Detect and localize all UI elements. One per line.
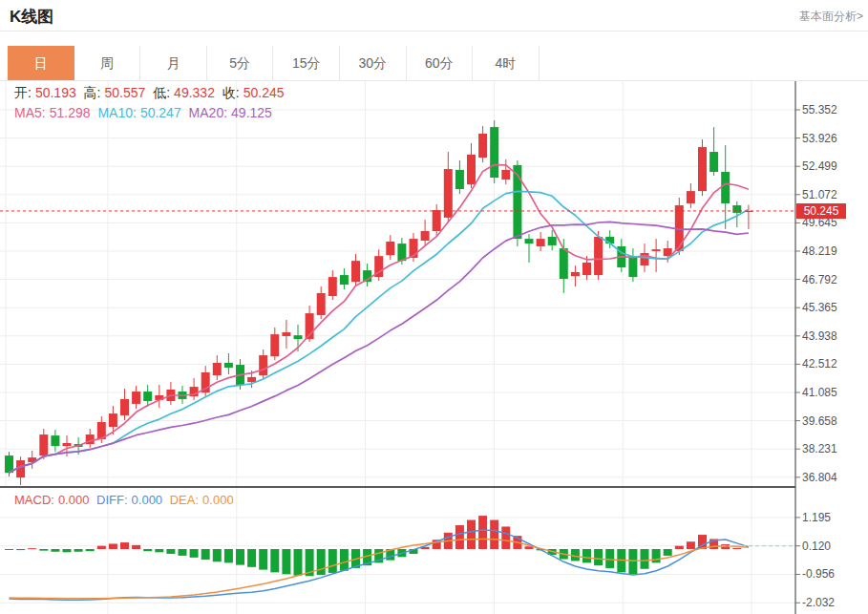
macd-label: MACD: [14, 493, 54, 507]
macd-hist-bar [490, 520, 498, 549]
price-tick-label: 46.792 [802, 273, 837, 286]
low-value: 49.332 [174, 85, 215, 100]
macd-hist-bar [28, 548, 36, 549]
candle-body [224, 363, 233, 368]
macd-hist-bar [86, 549, 95, 551]
macd-hist-bar [213, 549, 222, 561]
ma20-value: 49.125 [231, 105, 272, 120]
candle-body [433, 210, 441, 231]
candle-body [594, 237, 603, 275]
candle-body [444, 169, 453, 218]
price-tick-label: 43.938 [802, 329, 837, 343]
candle-body [259, 355, 267, 375]
macd-tick-label: 1.195 [802, 511, 831, 524]
macd-tick-label: 0.120 [802, 540, 831, 553]
ma10-label: MA10: [97, 105, 136, 120]
candle-body [501, 170, 510, 180]
dea-value: 0.000 [202, 493, 234, 507]
price-tick-label: 45.365 [802, 301, 837, 314]
macd-hist-bar [155, 549, 163, 552]
macd-hist-bar [282, 549, 290, 574]
candle-body [109, 413, 117, 427]
candle-body [525, 239, 534, 243]
ma10-value: 50.247 [140, 105, 181, 120]
dea-label: DEA: [170, 493, 199, 507]
candle-body [698, 147, 707, 191]
candle-body [270, 334, 279, 356]
price-tick-label: 53.926 [802, 132, 837, 145]
price-tick-label: 51.072 [802, 188, 837, 201]
macd-hist-bar [63, 549, 72, 552]
macd-hist-bar [270, 549, 279, 572]
macd-hist-bar [120, 542, 129, 549]
diff-line [10, 530, 749, 600]
candle-body [455, 170, 464, 189]
candle-body [560, 248, 568, 279]
high-value: 50.557 [105, 85, 146, 100]
low-label: 低: [153, 85, 170, 100]
macd-hist-bar [675, 546, 684, 549]
candle-body [709, 152, 718, 172]
macd-hist-bar [687, 541, 695, 549]
macd-hist-bar [328, 549, 337, 573]
candle-body [732, 205, 741, 213]
macd-hist-bar [247, 549, 256, 567]
price-tick-label: 55.352 [802, 103, 837, 116]
macd-hist-bar [340, 549, 349, 571]
candle-body [351, 261, 360, 282]
macd-hist-bar [628, 549, 637, 574]
candle-body [687, 191, 695, 203]
macd-hist-bar [201, 549, 210, 560]
candle-body [143, 392, 152, 401]
macd-hist-bar [259, 549, 267, 570]
candle-body [467, 155, 476, 184]
candle-body [317, 293, 326, 315]
high-label: 高: [84, 85, 101, 100]
macd-hist-bar [132, 545, 140, 549]
macd-hist-bar [664, 549, 672, 556]
price-tick-label: 36.804 [802, 471, 837, 484]
macd-hist-bar [51, 549, 59, 552]
macd-hist-bar [605, 549, 614, 568]
macd-hist-bar [16, 549, 25, 550]
candle-body [571, 272, 580, 276]
open-label: 开: [14, 85, 32, 100]
macd-hist-bar [97, 546, 106, 549]
dea-line [10, 540, 749, 599]
macd-hist-bar [143, 549, 152, 551]
candle-body [386, 242, 394, 255]
price-tick-label: 48.219 [802, 244, 837, 258]
candle-body [39, 434, 48, 455]
candle-body [282, 332, 290, 336]
macd-hist-bar [236, 549, 244, 565]
candle-body [5, 455, 13, 473]
close-value: 50.245 [243, 85, 285, 100]
candle-body [537, 239, 545, 246]
candle-body [328, 277, 337, 296]
macd-hist-bar [582, 549, 591, 562]
macd-tick-label: -0.956 [802, 567, 835, 581]
candle-body [421, 231, 430, 241]
last-price-tag: 50.245 [796, 203, 846, 219]
macd-hist-bar [594, 549, 603, 565]
ma5-label: MA5: [14, 105, 46, 120]
macd-hist-bar [641, 549, 649, 569]
macd-tick-label: -2.032 [802, 596, 835, 609]
macd-hist-bar [317, 549, 326, 575]
candle-body [294, 335, 303, 339]
macd-value: 0.000 [58, 493, 90, 507]
macd-hist-bar [652, 549, 661, 562]
macd-hist-bar [455, 525, 464, 549]
macd-hist-bar [166, 549, 175, 554]
diff-value: 0.000 [132, 493, 163, 507]
ohlc-quote-row: 开:50.193 高:50.557 低:49.332 收:50.245 [14, 85, 288, 102]
candle-body [628, 256, 637, 277]
candle-body [132, 392, 140, 404]
candle-body [51, 435, 59, 446]
candle-body [340, 275, 349, 285]
ma10-line [10, 191, 749, 473]
macd-legend-row: MACD:0.000 DIFF:0.000 DEA:0.000 [14, 493, 238, 507]
diff-label: DIFF: [96, 493, 128, 507]
macd-hist-bar [294, 549, 303, 576]
ma-legend-row: MA5:51.298 MA10:50.247 MA20:49.125 [14, 105, 276, 120]
